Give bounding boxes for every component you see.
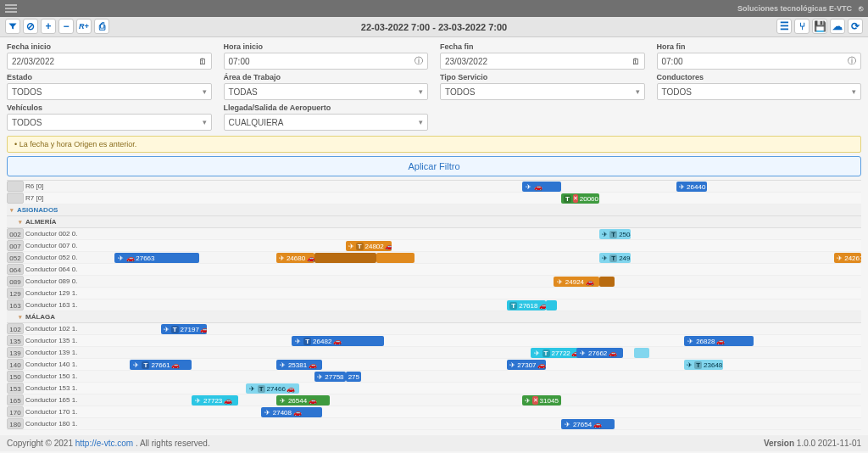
gantt-bar[interactable]: ✈26828🚗 — [684, 336, 754, 346]
gantt-bar[interactable]: ✈T27197🚗 — [161, 324, 207, 334]
brand-text: Soluciones tecnológicas E-VTC — [737, 4, 852, 13]
plane-icon: ✈ — [679, 183, 685, 191]
plus-icon[interactable]: + — [41, 19, 56, 34]
footer-link[interactable]: http://e-vtc.com — [75, 439, 133, 448]
cancel-icon: ✕ — [573, 194, 578, 203]
row-name: Conductor 139 1. — [25, 349, 92, 356]
list-icon[interactable]: ☰ — [776, 19, 792, 34]
gantt-bar[interactable]: ✈24924🚗 — [554, 277, 599, 287]
filter-icon[interactable] — [5, 19, 20, 34]
t-icon: T — [303, 338, 311, 345]
branch-icon[interactable]: ⑂ — [794, 19, 810, 34]
input-fecha-inicio[interactable]: 22/03/2022 — [7, 53, 212, 70]
footer: Copyright © 2021 http://e-vtc.com . All … — [0, 435, 868, 451]
select-estado[interactable]: TODOS — [7, 83, 212, 100]
gantt-bar[interactable]: ✈27408🚗 — [261, 407, 323, 417]
row-id: 089 — [7, 276, 24, 287]
gantt-bar[interactable]: ✈27662🚗 — [576, 348, 622, 358]
gantt-bar[interactable]: ✈T24802🚗 — [346, 241, 392, 251]
gantt-bar[interactable]: T✕20060 — [561, 193, 599, 204]
input-hora-inicio[interactable]: 07:00 — [224, 53, 429, 70]
gantt-bar[interactable] — [376, 253, 415, 263]
minus-icon[interactable]: − — [58, 19, 74, 34]
gantt-bar[interactable]: ✈✕31045 — [522, 395, 560, 405]
gantt-bar[interactable]: ✈T24985 — [599, 253, 630, 263]
refresh-icon[interactable]: ⟳ — [848, 19, 863, 34]
row-lane — [92, 288, 861, 298]
label-hora-fin: Hora fin — [657, 42, 862, 51]
bar-id: 275 — [348, 373, 359, 381]
row-lane: ✈27408🚗 — [92, 407, 861, 417]
gantt-bar[interactable]: ✈T27466🚗 — [246, 383, 300, 394]
row-id: 180 — [7, 418, 24, 429]
rplus-icon[interactable]: R+ — [76, 19, 92, 34]
menu-icon[interactable] — [5, 4, 17, 13]
print-icon[interactable]: ⎙ — [94, 19, 109, 34]
group-region[interactable]: ▾ALMERÍA — [7, 216, 861, 228]
gantt-bar[interactable]: T27618🚗 — [507, 300, 545, 310]
gantt-bar[interactable]: ✈24680🚗 — [276, 253, 314, 263]
gantt-bar[interactable] — [546, 300, 558, 310]
version-label: Version — [764, 439, 794, 448]
row-lane: ✈T27466🚗 — [92, 383, 861, 393]
select-vehiculos[interactable]: TODOS — [7, 114, 212, 131]
car-icon: 🚗 — [224, 397, 231, 405]
label-hora-inicio: Hora inicio — [224, 42, 429, 51]
gantt-bar[interactable] — [599, 277, 615, 287]
row-name: Conductor 089 0. — [25, 277, 92, 285]
bar-id: 31045 — [540, 397, 559, 405]
gantt-bar[interactable] — [634, 348, 649, 358]
gantt-bar[interactable]: ✈26440 — [676, 182, 707, 192]
plane-icon: ✈ — [533, 350, 541, 357]
forbid-icon[interactable]: ⊘ — [23, 19, 38, 34]
group-region[interactable]: ▾MÁLAGA — [7, 311, 861, 323]
gantt-row: 007Conductor 007 0.✈T24802🚗 — [7, 240, 861, 252]
gantt-row: 064Conductor 064 0. — [7, 264, 861, 276]
gantt-bar[interactable] — [314, 253, 376, 263]
select-tipo[interactable]: TODOS — [440, 83, 645, 100]
gantt-bar[interactable]: ✈25381🚗 — [276, 360, 322, 370]
gantt-bar[interactable]: ✈T27661🚗 — [130, 360, 192, 370]
save-icon[interactable]: 💾 — [812, 19, 827, 34]
label-tipo: Tipo Servicio — [440, 73, 645, 81]
select-aeropuerto[interactable]: CUALQUIERA — [224, 114, 429, 131]
row-name: Conductor 007 0. — [25, 242, 92, 249]
row-name: Conductor 163 1. — [25, 301, 92, 309]
collapse-icon: ▾ — [19, 219, 22, 226]
app-topbar: Soluciones tecnológicas E-VTC ⎋ — [0, 0, 868, 17]
row-lane: ✈T25046 — [92, 229, 861, 238]
apply-filter-button[interactable]: Aplicar Filtro — [7, 156, 861, 176]
gantt-bar[interactable]: ✈27758 — [314, 372, 345, 382]
row-lane: ✈T27661🚗✈25381🚗✈27307🚗✈T23648 — [92, 360, 861, 369]
row-id: 129 — [7, 288, 24, 299]
gantt-bar[interactable]: ✈T23648 — [684, 360, 722, 370]
gantt-bar[interactable]: ✈🚗27663 — [114, 253, 199, 263]
gantt-bar[interactable]: 275 — [346, 372, 361, 382]
input-fecha-fin[interactable]: 23/03/2022 — [440, 53, 645, 70]
gantt-bar[interactable]: ✈27307🚗 — [507, 360, 545, 370]
gantt-bar[interactable]: ✈26544🚗 — [276, 395, 331, 405]
gantt-bar[interactable]: ✈T25046 — [599, 229, 630, 239]
gantt-bar[interactable]: ✈🚗 — [522, 182, 560, 192]
group-asignados[interactable]: ▾ASIGNADOS — [7, 204, 861, 216]
bar-id: 27722 — [552, 350, 570, 357]
row-lane: ✈T26482🚗✈26828🚗 — [92, 336, 861, 345]
t-icon: T — [609, 231, 617, 238]
gantt-bar[interactable]: ✈27654🚗 — [561, 419, 615, 429]
cloud-icon[interactable]: ☁ — [830, 19, 845, 34]
gantt-row: 129Conductor 129 1. — [7, 288, 861, 299]
titlebar: ⊘ + − R+ ⎙ 22-03-2022 7:00 - 23-03-2022 … — [0, 17, 868, 37]
row-id: 139 — [7, 347, 24, 358]
plane-icon: ✈ — [248, 385, 256, 393]
logout-icon[interactable]: ⎋ — [859, 4, 863, 13]
select-conductores[interactable]: TODOS — [657, 83, 862, 100]
select-area[interactable]: TODAS — [224, 83, 429, 100]
gantt-bar[interactable]: ✈24261 — [834, 253, 861, 263]
bar-id: 25046 — [619, 231, 630, 238]
row-name: Conductor 170 1. — [25, 408, 92, 416]
label-area: Área de Trabajo — [224, 73, 429, 81]
input-hora-fin[interactable]: 07:00 — [657, 53, 862, 70]
gantt-bar[interactable]: ✈27723🚗 — [192, 395, 237, 405]
gantt-bar[interactable]: ✈T26482🚗 — [292, 336, 384, 346]
gantt-row: R7 [0]T✕20060 — [7, 193, 861, 204]
